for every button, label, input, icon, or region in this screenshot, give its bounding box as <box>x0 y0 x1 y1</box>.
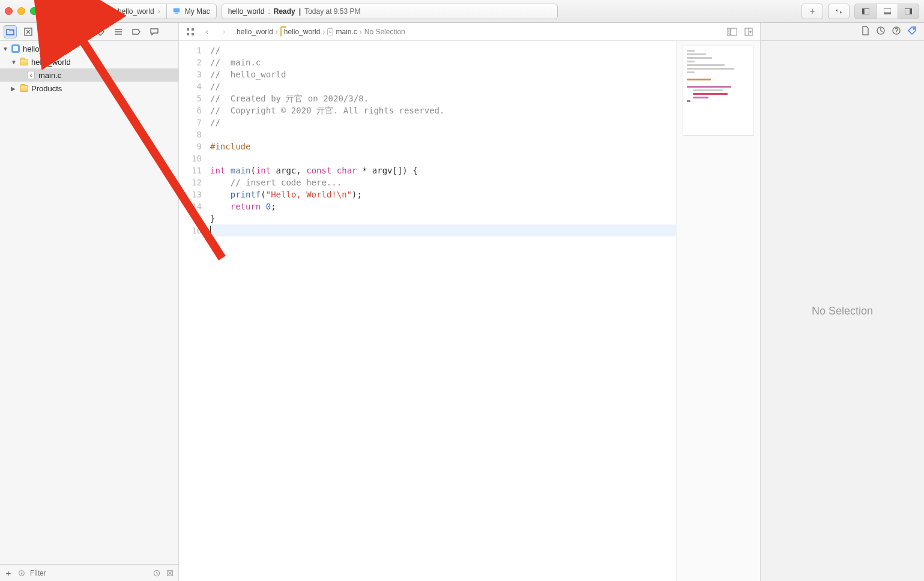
activity-status: Ready <box>274 7 295 16</box>
scm-filter-icon[interactable] <box>165 568 175 578</box>
source-editor[interactable]: 12345678910111213141516 //// main.c// he… <box>179 41 676 581</box>
source-control-navigator-tab[interactable] <box>22 25 35 38</box>
file-inspector-tab[interactable] <box>860 26 870 37</box>
stop-button[interactable] <box>73 4 94 19</box>
chevron-right-icon: › <box>276 28 278 36</box>
scheme-selector[interactable]: hello_world › My Mac <box>99 4 217 19</box>
warning-icon <box>78 28 86 36</box>
tree-file-label: main.c <box>38 71 61 80</box>
jump-bar: ‹ › hello_world › hello_world › cmain.c … <box>179 23 760 41</box>
disclosure-triangle-icon[interactable]: ▶ <box>11 85 17 92</box>
chevron-right-icon: › <box>158 7 160 16</box>
toggle-debug-area-button[interactable] <box>876 4 898 19</box>
attributes-inspector-tab[interactable] <box>907 26 917 37</box>
editor-body: 12345678910111213141516 //// main.c// he… <box>179 41 760 581</box>
tree-project-row[interactable]: ▼ hello_world <box>0 42 178 55</box>
line-gutter: 12345678910111213141516 <box>179 41 207 581</box>
svg-rect-8 <box>884 12 891 14</box>
panel-toggle-group <box>854 4 919 19</box>
svg-rect-22 <box>192 28 194 31</box>
activity-timestamp: Today at 9:53 PM <box>304 7 360 16</box>
filter-input[interactable] <box>30 569 148 577</box>
code-content[interactable]: //// main.c// hello_world//// Created by… <box>207 41 676 581</box>
gauge-icon <box>114 28 122 36</box>
folder-icon <box>280 28 282 36</box>
toggle-inspector-button[interactable] <box>898 4 919 19</box>
toolbar-right: + <box>802 4 919 19</box>
svg-point-15 <box>61 29 66 34</box>
svg-point-17 <box>21 572 23 574</box>
svg-marker-0 <box>55 8 60 14</box>
inspector-tabs <box>761 23 924 41</box>
svg-rect-20 <box>187 28 189 31</box>
tree-file-row[interactable]: c main.c <box>0 68 178 82</box>
report-navigator-tab[interactable] <box>148 25 161 38</box>
back-button[interactable]: ‹ <box>201 25 214 38</box>
breadcrumb[interactable]: hello_world › hello_world › cmain.c › No… <box>234 28 722 36</box>
tree-products-row[interactable]: ▶ Products <box>0 82 178 95</box>
svg-rect-4 <box>175 13 178 13</box>
add-button[interactable]: + <box>4 568 13 578</box>
toolbar: hello_world › My Mac hello_world: Ready … <box>0 0 924 23</box>
stop-icon <box>80 8 87 15</box>
symbol-navigator-tab[interactable] <box>40 25 53 38</box>
svg-rect-1 <box>81 9 86 14</box>
tree-group-row[interactable]: ▼ hello_world <box>0 55 178 68</box>
scope-icon[interactable] <box>17 568 26 578</box>
plus-icon: + <box>809 6 815 17</box>
svg-rect-14 <box>47 34 50 35</box>
history-inspector-tab[interactable] <box>876 26 886 37</box>
add-tab-button[interactable]: + <box>802 4 823 19</box>
forward-button[interactable]: › <box>217 25 231 38</box>
svg-rect-10 <box>910 8 912 14</box>
search-icon <box>60 28 68 36</box>
project-tree[interactable]: ▼ hello_world ▼ hello_world c main.c ▶ P… <box>0 41 178 564</box>
find-navigator-tab[interactable] <box>58 25 71 38</box>
disclosure-triangle-icon[interactable]: ▼ <box>2 46 8 52</box>
recent-filter-icon[interactable] <box>152 568 162 578</box>
test-navigator-tab[interactable] <box>94 25 107 38</box>
activity-viewer[interactable]: hello_world: Ready | Today at 9:53 PM <box>222 4 558 19</box>
crumb-label: hello_world <box>237 28 273 36</box>
disclosure-triangle-icon[interactable]: ▼ <box>11 59 17 65</box>
editor-options-button[interactable] <box>725 25 738 38</box>
minimize-window-button[interactable] <box>17 7 25 15</box>
svg-point-29 <box>896 32 896 33</box>
breakpoint-icon <box>132 28 140 36</box>
issue-navigator-tab[interactable] <box>76 25 89 38</box>
navigator-tabs <box>0 23 178 41</box>
minimap[interactable] <box>676 41 760 581</box>
related-items-button[interactable] <box>184 25 197 38</box>
svg-rect-25 <box>731 28 737 35</box>
svg-rect-2 <box>106 7 112 13</box>
x-square-icon <box>24 28 32 36</box>
inspector: No Selection <box>761 23 924 581</box>
mac-icon <box>173 7 181 16</box>
folder-icon <box>6 28 14 36</box>
play-icon <box>53 8 61 15</box>
close-window-button[interactable] <box>5 7 13 15</box>
breakpoint-navigator-tab[interactable] <box>130 25 143 38</box>
project-navigator-tab[interactable] <box>4 25 17 38</box>
quick-help-tab[interactable] <box>892 26 901 37</box>
debug-navigator-tab[interactable] <box>112 25 125 38</box>
run-button[interactable] <box>46 4 68 19</box>
tag-icon <box>907 26 917 35</box>
activity-scheme: hello_world <box>228 7 265 16</box>
svg-rect-13 <box>43 34 45 35</box>
svg-rect-6 <box>862 8 865 14</box>
panel-bottom-icon <box>884 8 891 15</box>
crumb-label: hello_world <box>284 28 321 36</box>
panel-left-icon <box>862 8 869 15</box>
tree-group-label: hello_world <box>31 58 71 67</box>
destination-name: My Mac <box>185 7 210 16</box>
speech-icon <box>150 28 159 36</box>
navigator: ▼ hello_world ▼ hello_world c main.c ▶ P… <box>0 23 179 581</box>
toggle-navigator-button[interactable] <box>854 4 876 19</box>
document-icon <box>860 26 870 35</box>
add-editor-button[interactable] <box>742 25 755 38</box>
zoom-window-button[interactable] <box>30 7 38 15</box>
code-review-button[interactable] <box>828 4 850 19</box>
c-file-icon: c <box>26 70 36 80</box>
crumb-label: No Selection <box>364 28 405 36</box>
